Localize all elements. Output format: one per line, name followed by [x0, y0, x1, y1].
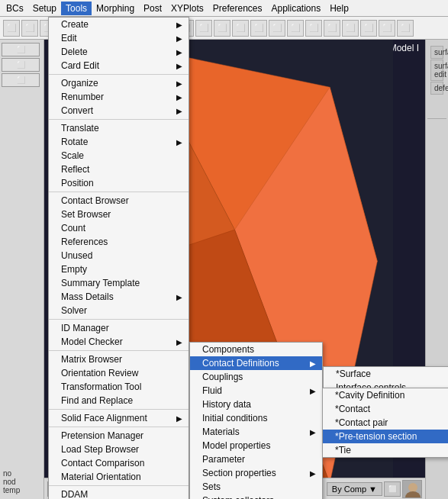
menu-tools-convert[interactable]: Convert▶	[49, 104, 189, 118]
svg-point-14	[405, 491, 421, 498]
menu-sep-7	[49, 427, 189, 427]
menu-sep-4	[49, 319, 189, 320]
sidebar-btn-2[interactable]: ⬜	[2, 58, 40, 72]
menu-tools-rotate[interactable]: Rotate▶	[49, 135, 189, 149]
menubar-item-setup[interactable]: Setup	[28, 2, 61, 15]
menu-cd-fluid[interactable]: Fluid▶	[190, 384, 322, 398]
menu-tools-pretension-manager[interactable]: Pretension Manager	[49, 429, 189, 443]
menu-tools-material-orientation[interactable]: Material Orientation	[49, 470, 189, 484]
menubar-item-bcs[interactable]: BCs	[2, 2, 28, 15]
svg-point-13	[408, 483, 417, 492]
menu-sep-5	[49, 350, 189, 351]
toolbar-btn-21[interactable]: ⬜	[379, 20, 395, 37]
menu-pretension[interactable]: *Cavity Definition *Contact *Contact pai…	[322, 388, 448, 458]
menubar-item-preferences[interactable]: Preferences	[208, 2, 267, 15]
menu-sep-2	[49, 119, 189, 120]
menu-tools-load-step-browser[interactable]: Load Step Browser	[49, 443, 189, 456]
toolbar-btn-12[interactable]: ⬜	[214, 20, 230, 37]
toolbar-btn-1[interactable]: ⬜	[3, 20, 20, 37]
left-sidebar: ⬜ ⬜ ⬜ no nod temp	[0, 40, 44, 499]
menu-tools-solver[interactable]: Solver	[49, 304, 189, 317]
menu-tools-delete[interactable]: Delete▶	[49, 45, 189, 59]
menu-cd-initial-conditions[interactable]: Initial conditions	[190, 411, 322, 425]
menu-tools-card-edit[interactable]: Card Edit▶	[49, 59, 189, 72]
menu-tools-references[interactable]: References	[49, 235, 189, 249]
bottom-btn-5[interactable]: ⬜	[384, 481, 401, 497]
menu-pre-tie[interactable]: *Tie	[323, 443, 448, 457]
menu-tools-model-checker[interactable]: Model Checker▶	[49, 335, 189, 349]
menu-cd-materials[interactable]: Materials▶	[190, 425, 322, 439]
menu-tools-contact-comparison[interactable]: Contact Comparison	[49, 456, 189, 470]
toolbar-btn-17[interactable]: ⬜	[305, 20, 322, 37]
menu-tools-translate[interactable]: Translate	[49, 121, 189, 135]
menubar-item-post[interactable]: Post	[139, 2, 166, 15]
right-panel-surfaces: surfaces	[430, 46, 443, 59]
menu-tools-transformation-tool[interactable]: Transformation Tool	[49, 380, 189, 394]
menu-tools-reflect[interactable]: Reflect	[49, 163, 189, 176]
menu-cd-components[interactable]: Components	[190, 343, 322, 356]
menu-tools-renumber[interactable]: Renumber▶	[49, 90, 189, 104]
menu-tools-position[interactable]: Position	[49, 176, 189, 190]
menu-tools[interactable]: Create▶ Edit▶ Delete▶ Card Edit▶ Organiz…	[48, 17, 189, 499]
menu-tools-unused[interactable]: Unused	[49, 249, 189, 262]
toolbar-btn-20[interactable]: ⬜	[360, 20, 377, 37]
menu-pre-contact-pair[interactable]: *Contact pair	[323, 416, 448, 430]
menubar-item-tools[interactable]: Tools	[61, 2, 92, 15]
menu-int-surface[interactable]: *Surface▶	[324, 367, 448, 381]
menu-cd-contact-definitions[interactable]: Contact Definitions▶	[190, 356, 322, 370]
menu-tools-contact-browser[interactable]: Contact Browser	[49, 194, 189, 208]
menu-cd-model-properties[interactable]: Model properties	[190, 439, 322, 452]
menu-tools-summary-template[interactable]: Summary Template	[49, 276, 189, 290]
menubar-item-morphing[interactable]: Morphing	[92, 2, 139, 15]
menu-tools-orientation-review[interactable]: Orientation Review	[49, 366, 189, 380]
menu-tools-organize[interactable]: Organize▶	[49, 76, 189, 90]
menu-sep-3	[49, 192, 189, 192]
menu-cd-system-collectors[interactable]: System collectors	[190, 494, 322, 499]
menu-tools-find-replace[interactable]: Find and Replace	[49, 394, 189, 407]
menu-pre-tension-section[interactable]: *Pre-tension section	[323, 430, 448, 443]
menu-pre-cavity-definition[interactable]: *Cavity Definition	[323, 388, 448, 402]
user-avatar[interactable]	[402, 480, 422, 498]
menubar-item-help[interactable]: Help	[325, 2, 353, 15]
menu-tools-id-manager[interactable]: ID Manager	[49, 321, 189, 335]
toolbar-btn-18[interactable]: ⬜	[324, 20, 340, 37]
menubar-item-applications[interactable]: Applications	[266, 2, 325, 15]
toolbar-btn-2[interactable]: ⬜	[21, 20, 38, 37]
menu-tools-count[interactable]: Count	[49, 221, 189, 235]
menubar-item-xyplots[interactable]: XYPlots	[166, 2, 208, 15]
toolbar-btn-16[interactable]: ⬜	[287, 20, 304, 37]
menubar: BCs Setup Tools Morphing Post XYPlots Pr…	[0, 0, 448, 17]
toolbar-btn-15[interactable]: ⬜	[269, 20, 285, 37]
toolbar-btn-13[interactable]: ⬜	[232, 20, 249, 37]
label-nod: nod	[3, 478, 40, 486]
menu-tools-ddam[interactable]: DDAM	[49, 488, 189, 499]
toolbar-btn-14[interactable]: ⬜	[250, 20, 267, 37]
menu-cd-parameter[interactable]: Parameter	[190, 452, 322, 466]
right-panel-defeature: defeature	[430, 82, 443, 95]
menu-tools-set-browser[interactable]: Set Browser	[49, 208, 189, 221]
menu-tools-create[interactable]: Create▶	[49, 18, 189, 31]
toolbar-btn-19[interactable]: ⬜	[342, 20, 359, 37]
sidebar-btn-1[interactable]: ⬜	[2, 43, 40, 56]
label-temp: temp	[3, 486, 40, 494]
toolbar-btn-22[interactable]: ⬜	[397, 20, 414, 37]
menu-tools-scale[interactable]: Scale	[49, 149, 189, 163]
menu-tools-mass-details[interactable]: Mass Details▶	[49, 290, 189, 304]
menu-sep-1	[49, 74, 189, 75]
menu-sep-6	[49, 409, 189, 410]
toolbar-btn-11[interactable]: ⬜	[195, 20, 212, 37]
menu-cd-sets[interactable]: Sets	[190, 480, 322, 494]
menu-cd-couplings[interactable]: Couplings	[190, 370, 322, 384]
menu-pre-contact[interactable]: *Contact	[323, 402, 448, 416]
by-comp-dropdown[interactable]: By Comp ▼	[327, 482, 382, 496]
menu-contact-defs[interactable]: Components Contact Definitions▶ Coupling…	[189, 342, 323, 499]
menu-tools-empty[interactable]: Empty	[49, 262, 189, 276]
sidebar-btn-3[interactable]: ⬜	[2, 73, 40, 87]
menu-cd-history-data[interactable]: History data	[190, 398, 322, 411]
label-no: no	[3, 469, 40, 478]
menu-tools-solid-face-alignment[interactable]: Solid Face Alignment▶	[49, 411, 189, 425]
menu-cd-section-properties[interactable]: Section properties▶	[190, 466, 322, 480]
right-panel-surface-edit: surface edit	[430, 60, 443, 81]
menu-tools-edit[interactable]: Edit▶	[49, 31, 189, 45]
menu-tools-matrix-browser[interactable]: Matrix Browser	[49, 353, 189, 366]
